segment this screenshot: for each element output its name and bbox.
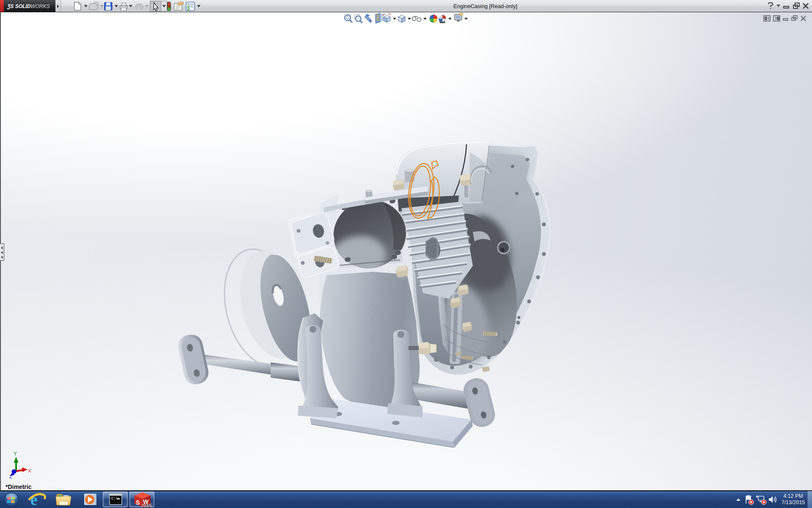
svg-text:Z: Z: [9, 474, 12, 479]
svg-text:Y: Y: [14, 451, 17, 457]
svg-text:X: X: [28, 468, 31, 473]
